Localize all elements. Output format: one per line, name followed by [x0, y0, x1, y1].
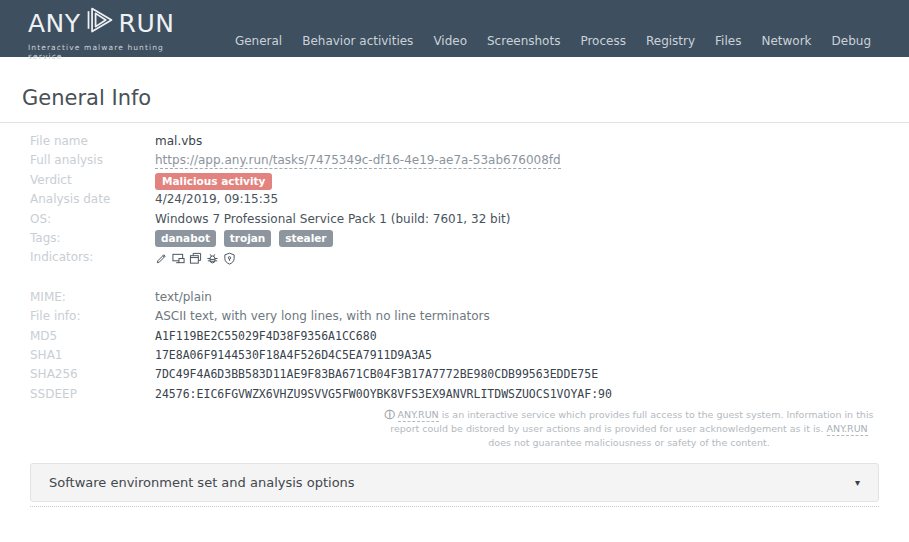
field-label: File name: [30, 132, 155, 151]
accordion-label: Software environment set and analysis op…: [49, 475, 355, 490]
field-row-mime: MIME: text/plain: [30, 288, 879, 307]
nav-video[interactable]: Video: [433, 34, 467, 48]
sha256-value: 7DC49F4A6D3BB583D11AE9F83BA671CB04F3B17A…: [155, 365, 598, 384]
field-row-sha1: SHA1 17E8A06F9144530F18A4F526D4C5EA7911D…: [30, 346, 879, 365]
field-label: Tags:: [30, 229, 155, 248]
play-logo-icon: [81, 5, 119, 42]
title-divider: [0, 122, 909, 123]
app-header: ANY RUN Interactive malware hunting serv…: [0, 0, 909, 57]
verdict-badge: Malicious activity: [155, 173, 272, 190]
tag-stealer[interactable]: stealer: [279, 230, 332, 247]
field-label: SHA256: [30, 365, 155, 384]
bug-icon[interactable]: [206, 252, 219, 265]
tags-list: danabot trojan stealer: [155, 229, 337, 248]
field-label: SHA1: [30, 346, 155, 365]
field-label: OS:: [30, 210, 155, 229]
field-row-verdict: Verdict Malicious activity: [30, 171, 879, 190]
mime-value: text/plain: [155, 288, 212, 307]
logo-run-text: RUN: [119, 9, 175, 39]
field-label: MIME:: [30, 288, 155, 307]
anyrun-logo-text: ANY RUN: [28, 5, 178, 42]
field-label: SSDEEP: [30, 385, 155, 404]
field-label: Analysis date: [30, 190, 155, 209]
windows-icon[interactable]: [189, 252, 202, 265]
field-row-ssdeep: SSDEEP 24576:EIC6FGVWZX6VHZU9SVVG5FW0OYB…: [30, 385, 879, 404]
info-icon: ⓘ: [385, 409, 395, 420]
chevron-down-icon: ▾: [855, 477, 860, 488]
tag-danabot[interactable]: danabot: [155, 230, 216, 247]
full-analysis-link[interactable]: https://app.any.run/tasks/7475349c-df16-…: [155, 153, 561, 169]
field-row-full-analysis: Full analysis https://app.any.run/tasks/…: [30, 151, 879, 170]
dotted-divider: [30, 506, 879, 507]
logo-any-text: ANY: [28, 9, 81, 39]
section-gap: [30, 268, 879, 288]
page-title: General Info: [22, 86, 151, 110]
field-label: File info:: [30, 307, 155, 326]
analysis-date-value: 4/24/2019, 09:15:35: [155, 190, 278, 209]
pencil-icon[interactable]: [155, 252, 168, 265]
nav-debug[interactable]: Debug: [832, 34, 871, 48]
field-row-tags: Tags: danabot trojan stealer: [30, 229, 879, 248]
logo-tagline: Interactive malware hunting service: [28, 43, 178, 61]
field-label: Full analysis: [30, 151, 155, 170]
tag-trojan[interactable]: trojan: [224, 230, 272, 247]
indicators-list: [155, 248, 236, 267]
software-environment-accordion[interactable]: Software environment set and analysis op…: [30, 463, 879, 502]
disclaimer-text-part2: does not guarantee maliciousness or safe…: [488, 437, 769, 448]
file-info-value: ASCII text, with very long lines, with n…: [155, 307, 490, 326]
field-row-analysis-date: Analysis date 4/24/2019, 09:15:35: [30, 190, 879, 209]
field-row-file-name: File name mal.vbs: [30, 132, 879, 151]
nav-network[interactable]: Network: [761, 34, 811, 48]
field-label: Verdict: [30, 171, 155, 190]
os-value: Windows 7 Professional Service Pack 1 (b…: [155, 210, 510, 229]
field-row-file-info: File info: ASCII text, with very long li…: [30, 307, 879, 326]
nav-screenshots[interactable]: Screenshots: [487, 34, 560, 48]
disclaimer-text-part1: is an interactive service which provides…: [390, 409, 873, 434]
shield-icon[interactable]: [223, 252, 236, 265]
field-row-os: OS: Windows 7 Professional Service Pack …: [30, 210, 879, 229]
field-label: Indicators:: [30, 248, 155, 267]
service-disclaimer: ⓘ ANY.RUN is an interactive service whic…: [378, 408, 880, 450]
nav-general[interactable]: General: [235, 34, 282, 48]
main-nav: General Behavior activities Video Screen…: [235, 0, 909, 57]
field-label: MD5: [30, 327, 155, 346]
anyrun-general-info-page: ANY RUN Interactive malware hunting serv…: [0, 0, 909, 542]
monitor-icon[interactable]: [172, 252, 185, 265]
nav-behavior-activities[interactable]: Behavior activities: [302, 34, 413, 48]
nav-process[interactable]: Process: [580, 34, 626, 48]
general-info-table: File name mal.vbs Full analysis https://…: [30, 132, 879, 404]
file-name-value: mal.vbs: [155, 132, 202, 151]
anyrun-disclaimer-link[interactable]: ANY.RUN: [398, 409, 439, 422]
sha1-value: 17E8A06F9144530F18A4F526D4C5EA7911D9A3A5: [155, 346, 432, 365]
field-row-md5: MD5 A1F119BE2C55029F4D38F9356A1CC680: [30, 327, 879, 346]
anyrun-disclaimer-link-2[interactable]: ANY.RUN: [827, 423, 868, 436]
ssdeep-value: 24576:EIC6FGVWZX6VHZU9SVVG5FW0OYBK8VFS3E…: [155, 385, 612, 404]
nav-registry[interactable]: Registry: [646, 34, 695, 48]
field-row-sha256: SHA256 7DC49F4A6D3BB583D11AE9F83BA671CB0…: [30, 365, 879, 384]
anyrun-logo[interactable]: ANY RUN Interactive malware hunting serv…: [28, 5, 178, 57]
field-row-indicators: Indicators:: [30, 248, 879, 267]
nav-files[interactable]: Files: [715, 34, 741, 48]
md5-value: A1F119BE2C55029F4D38F9356A1CC680: [155, 327, 377, 346]
